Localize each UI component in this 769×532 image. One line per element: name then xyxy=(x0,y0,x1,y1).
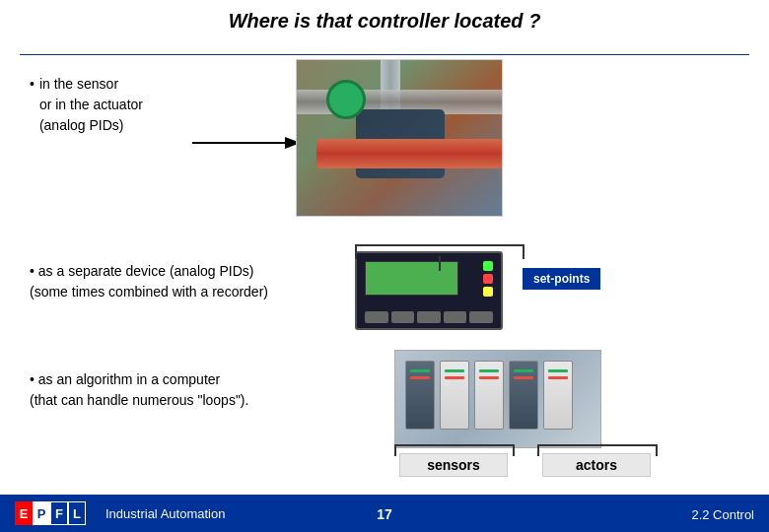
actors-bracket-l xyxy=(537,444,539,456)
bullet1-text: • in the sensoror in the actuator(analog… xyxy=(30,74,306,136)
plc-module-4 xyxy=(509,361,538,430)
footer-section: 2.2 Control xyxy=(691,507,754,522)
bullet2-content: as a separate device (analog PIDs)(some … xyxy=(30,263,268,299)
setpoints-label: set-points xyxy=(523,268,600,290)
pid-btn1 xyxy=(365,311,388,323)
actuator-image xyxy=(296,59,503,217)
slide-title: Where is that controller located ? xyxy=(229,10,541,32)
epfl-logo: E P F L xyxy=(15,501,86,525)
bullet3-content: as an algorithm in a computer(that can h… xyxy=(30,371,248,408)
epfl-letter-l: L xyxy=(68,501,86,525)
plc-image xyxy=(394,350,601,448)
plc-modules xyxy=(405,361,573,430)
pid-indicators xyxy=(483,261,493,297)
plc-module-1 xyxy=(405,361,435,430)
sensors-bracket-l xyxy=(394,444,396,456)
bullet1-area: • in the sensoror in the actuator(analog… xyxy=(30,74,306,136)
sensors-bracket-r xyxy=(513,444,515,456)
footer-page: 17 xyxy=(377,506,392,522)
bullet3-text: • as an algorithm in a computer(that can… xyxy=(30,369,345,411)
pid-led-green xyxy=(483,261,493,271)
footer-course: Industrial Automation xyxy=(105,506,225,521)
setpoints-label-line xyxy=(439,256,441,271)
setpoints-bracket-right xyxy=(523,244,524,259)
pid-btn3 xyxy=(417,311,441,323)
actors-bracket-r xyxy=(656,444,658,456)
bullet2-text: • as a separate device (analog PIDs)(som… xyxy=(30,261,315,302)
bottom-bar: E P F L Industrial Automation 17 2.2 Con… xyxy=(0,495,769,532)
title-area: Where is that controller located ? xyxy=(0,10,769,33)
epfl-letter-e: E xyxy=(15,501,33,525)
sensors-bracket-h xyxy=(394,444,513,446)
plc-module-5 xyxy=(543,361,573,430)
pid-btn4 xyxy=(444,311,467,323)
sensors-label: sensors xyxy=(399,453,508,477)
pid-buttons xyxy=(365,311,493,323)
pid-screen xyxy=(365,261,458,296)
plc-module-3 xyxy=(474,361,504,430)
bullet1-content: in the sensoror in the actuator(analog P… xyxy=(39,74,143,136)
setpoints-bracket-left xyxy=(355,244,357,259)
actors-bracket-h xyxy=(537,444,656,446)
bullet3-area: • as an algorithm in a computer(that can… xyxy=(30,369,345,411)
pid-controller-image xyxy=(355,251,503,330)
pid-led-red xyxy=(483,274,493,284)
slide-container: Where is that controller located ? • in … xyxy=(0,0,769,532)
epfl-letter-f: F xyxy=(50,501,68,525)
setpoints-bracket-top xyxy=(355,244,523,246)
pid-btn5 xyxy=(469,311,493,323)
top-border-line xyxy=(20,54,749,55)
pid-btn2 xyxy=(391,311,415,323)
bullet2-area: • as a separate device (analog PIDs)(som… xyxy=(30,261,315,302)
actors-label: actors xyxy=(542,453,651,477)
pid-led-yellow xyxy=(483,287,493,297)
plc-module-2 xyxy=(440,361,469,430)
epfl-letter-p: P xyxy=(33,501,50,525)
